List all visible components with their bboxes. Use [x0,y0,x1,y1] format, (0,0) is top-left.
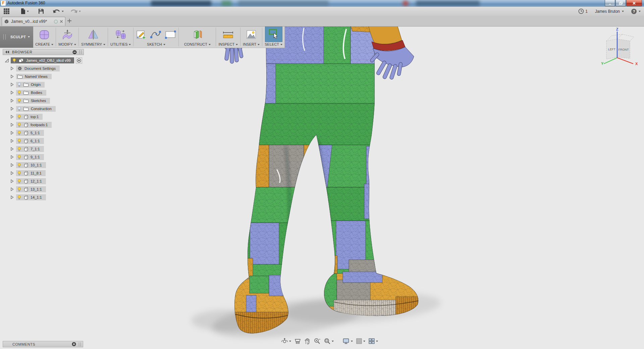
browser-item-footpads-1[interactable]: footpads:1 [10,121,110,128]
expand-arrow-icon[interactable] [10,187,14,191]
browser-item-12-1-1[interactable]: 12_1:1 [10,178,110,185]
visibility-bulb-icon[interactable] [17,91,21,95]
expand-arrow-icon[interactable] [10,99,14,103]
user-account-menu[interactable]: James Bruton [595,9,624,14]
ribbon-group-sketch[interactable]: SKETCH [134,26,178,48]
create-sketch-icon[interactable] [135,27,147,42]
comments-panel-header[interactable]: COMMENTS [3,341,83,347]
panel-grip[interactable] [79,342,81,346]
visibility-bulb-icon[interactable] [17,139,21,143]
ribbon-group-construct[interactable]: CONSTRUCT [179,26,215,48]
look-at-tool[interactable] [294,338,301,344]
expand-arrow-icon[interactable] [10,163,14,167]
expand-arrow-icon[interactable] [10,123,14,127]
visibility-bulb-icon[interactable] [17,195,21,200]
ribbon-group-insert[interactable]: INSERT [241,26,262,48]
browser-item-6-1-1[interactable]: 6_1:1 [10,138,110,144]
workspace-switcher[interactable]: SCULPT [0,26,33,48]
rectangle-sketch-icon[interactable] [164,27,177,42]
symmetry-icon[interactable] [86,27,101,42]
expand-arrow-icon[interactable] [10,131,14,135]
browser-item-5-1-1[interactable]: 5_1:1 [10,130,110,136]
expand-arrow-icon[interactable] [10,74,14,79]
visibility-bulb-icon[interactable] [17,155,21,159]
collapse-arrow-icon[interactable] [5,58,9,63]
root-item-label[interactable]: James_v02_OBJ_slicd v99 [26,58,71,62]
panel-grip[interactable] [79,50,82,54]
expand-arrow-icon[interactable] [10,171,14,175]
expand-arrow-icon[interactable] [10,179,14,183]
document-tab[interactable]: James_v0...icd v99* [2,17,65,26]
tab-close-icon[interactable] [60,20,63,23]
ribbon-group-inspect[interactable]: INSPECT [216,26,240,48]
browser-item-construction[interactable]: Construction [10,105,110,112]
viewports-settings[interactable] [368,338,378,344]
visibility-bulb-icon[interactable] [17,163,21,167]
help-menu[interactable]: ? [631,9,641,14]
ribbon-group-utilities[interactable]: UTILITIES [108,26,133,48]
expand-arrow-icon[interactable] [10,115,14,119]
pan-tool[interactable] [304,338,311,345]
visibility-bulb-icon[interactable] [17,187,21,192]
utilities-icon[interactable] [113,27,128,42]
y-axis[interactable] [604,58,617,64]
undo-button[interactable] [52,8,64,15]
browser-item-sketches[interactable]: Sketches [10,97,110,104]
visibility-bulb-icon[interactable] [17,115,21,119]
modify-icon[interactable] [60,27,75,42]
browser-item-7-1-1[interactable]: 7_1:1 [10,146,110,152]
visibility-bulb-icon[interactable] [12,58,16,63]
select-icon[interactable] [265,26,282,42]
visibility-bulb-icon[interactable] [17,83,21,87]
minimize-button[interactable] [605,0,615,6]
browser-item-9-1-1[interactable]: 9_1:1 [10,154,110,160]
ribbon-group-symmetry[interactable]: SYMMETRY [79,26,107,48]
panel-grip[interactable] [3,34,6,40]
close-button[interactable] [626,0,642,6]
expand-arrow-icon[interactable] [10,83,14,87]
expand-arrow-icon[interactable] [10,195,14,199]
design-canvas[interactable]: SCULPT CREATE MODIFY SY [0,26,644,349]
collapse-panel-icon[interactable] [5,50,9,54]
ribbon-group-create[interactable]: CREATE [33,26,55,48]
browser-item-origin[interactable]: Origin [10,81,110,88]
ribbon-group-modify[interactable]: MODIFY [56,26,78,48]
file-menu-button[interactable] [20,7,30,15]
browser-item-named-views[interactable]: Named Views [10,73,110,80]
grid-snap-settings[interactable] [356,338,365,344]
expand-arrow-icon[interactable] [10,155,14,159]
zoom-tool[interactable] [314,338,321,345]
visibility-bulb-icon[interactable] [17,131,21,135]
expand-arrow-icon[interactable] [10,147,14,151]
restore-button[interactable] [615,0,626,6]
browser-item-top-1[interactable]: top:1 [10,113,110,120]
view-cube[interactable]: LEFT FRONT Z Y X [599,28,639,67]
view-cube-front-label[interactable]: FRONT [619,48,629,51]
visibility-bulb-icon[interactable] [17,147,21,151]
browser-item-14-1-1[interactable]: 14_1:1 [10,194,110,201]
insert-icon[interactable] [244,27,259,42]
visibility-bulb-icon[interactable] [17,171,21,176]
add-comment-icon[interactable] [72,342,76,346]
orbit-tool[interactable] [281,338,291,345]
browser-header[interactable]: BROWSER [3,49,84,55]
model-right-hand[interactable] [368,26,414,80]
create-icon[interactable] [37,27,52,42]
redo-button[interactable] [69,8,82,15]
expand-arrow-icon[interactable] [10,91,14,95]
expand-arrow-icon[interactable] [10,66,14,70]
x-axis[interactable] [617,58,633,64]
expand-arrow-icon[interactable] [10,139,14,143]
activate-component-radio[interactable] [76,57,82,64]
ribbon-group-select[interactable]: SELECT [263,26,284,48]
save-button[interactable] [38,8,45,15]
help-icon[interactable]: ? [631,9,637,14]
browser-item-10-1-1[interactable]: 10_1:1 [10,162,110,168]
remove-panel-icon[interactable] [72,50,77,54]
inspect-icon[interactable] [220,27,236,42]
job-status-button[interactable]: 1 [578,8,588,14]
view-cube-left-label[interactable]: LEFT [608,48,616,51]
spline-icon[interactable] [149,27,162,42]
expand-arrow-icon[interactable] [10,107,14,111]
browser-item-13-1-1[interactable]: 13_1:1 [10,186,110,193]
